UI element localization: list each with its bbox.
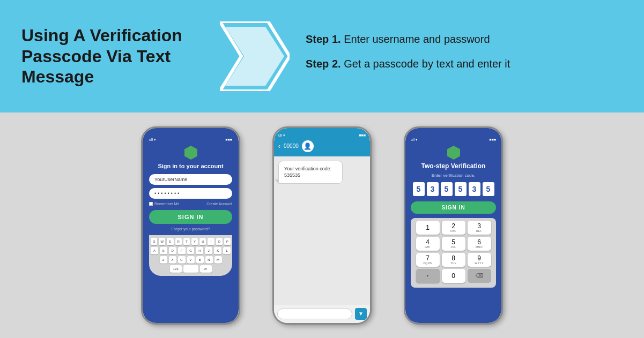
kb-key-c[interactable]: C xyxy=(178,256,186,264)
numpad-key-6[interactable]: 6MNO xyxy=(468,237,491,251)
phone2-status-left: ull ▾ xyxy=(278,133,285,138)
code-digit-6[interactable]: 5 xyxy=(483,182,494,196)
sms-bubble: Your verification code:535535 xyxy=(278,161,343,184)
kb-row1: Q W E R T Y U I O P xyxy=(151,238,231,245)
phone3: ull ▾ ■■■ Two-step Verification Enter ve… xyxy=(404,126,503,325)
phone1-password[interactable]: •••••••• xyxy=(149,188,232,199)
kb-key-y[interactable]: Y xyxy=(191,238,198,245)
phone1-username[interactable]: YourUserName xyxy=(149,174,232,185)
phone2-send-button[interactable]: ▼ xyxy=(355,308,367,320)
phone3-title: Two-step Verification xyxy=(421,162,486,170)
phone1-signin-button[interactable]: SIGN IN xyxy=(149,210,232,224)
kb-key-123[interactable]: 123 xyxy=(170,265,182,273)
phone3-statusbar: ull ▾ ■■■ xyxy=(411,138,496,142)
phone3-hex-logo-icon xyxy=(446,145,461,160)
sms-tail xyxy=(275,179,279,184)
kb-key-a[interactable]: A xyxy=(151,247,158,254)
kb-row2: A S D F G H J K L xyxy=(151,247,231,254)
step1-text: Step 1. Enter username and password xyxy=(306,32,623,47)
kb-key-l[interactable]: L xyxy=(223,247,231,254)
numpad-key-0[interactable]: 0 xyxy=(442,269,465,283)
numpad-row3: 7PQRS 8TUV 9WXYZ xyxy=(412,253,494,267)
numpad-key-9[interactable]: 9WXYZ xyxy=(468,253,491,267)
code-digit-5[interactable]: 3 xyxy=(469,182,480,196)
kb-key-e[interactable]: E xyxy=(167,238,173,245)
numpad-row2: 4GHI 5JKL 6MNO xyxy=(412,237,494,251)
kb-key-d[interactable]: D xyxy=(169,247,176,254)
kb-key-t[interactable]: T xyxy=(183,238,190,245)
numpad-key-7[interactable]: 7PQRS xyxy=(416,253,440,267)
kb-key-o[interactable]: O xyxy=(216,238,223,245)
send-icon: ▼ xyxy=(358,311,364,317)
phone2-header-row: ‹ 00000 👤 xyxy=(278,140,366,152)
banner-right: Step 1. Enter username and password Step… xyxy=(306,32,623,81)
numpad-key-dot[interactable]: · xyxy=(416,269,440,283)
kb-key-r[interactable]: R xyxy=(175,238,182,245)
kb-key-z[interactable]: Z xyxy=(160,256,167,264)
phone1: ull ▾ ■■■ Sign in to your account YourUs… xyxy=(141,126,240,325)
phone2-input[interactable] xyxy=(277,309,352,319)
phone2-header: ull ▾ ■■■ ‹ 00000 👤 xyxy=(274,128,370,156)
code-digit-2[interactable]: 3 xyxy=(427,182,439,196)
phone1-title: Sign in to your account xyxy=(158,162,223,170)
kb-key-i[interactable]: I xyxy=(208,238,214,245)
kb-key-p[interactable]: P xyxy=(224,238,231,245)
svg-marker-2 xyxy=(184,146,197,160)
numpad-backspace-button[interactable]: ⌫ xyxy=(468,269,491,283)
kb-key-space[interactable] xyxy=(183,265,198,273)
phone3-subtitle: Enter verification code. xyxy=(432,173,475,178)
phone1-keyboard: Q W E R T Y U I O P A S D xyxy=(149,235,232,276)
kb-key-j[interactable]: J xyxy=(205,247,212,254)
phone2-body: Your verification code:535535 xyxy=(274,156,370,305)
kb-row4: 123 /# xyxy=(151,265,231,273)
numpad: 1 2ABC 3DEF 4GHI 5JKL 6MNO 7PQRS 8TUV 9W… xyxy=(411,218,496,288)
kb-key-n[interactable]: N xyxy=(205,256,213,264)
banner-title: Using A Verification Passcode Via Text M… xyxy=(21,25,204,87)
numpad-key-3[interactable]: 3DEF xyxy=(468,221,491,235)
kb-key-x[interactable]: X xyxy=(169,256,176,264)
numpad-key-1[interactable]: 1 xyxy=(416,221,440,235)
code-digit-1[interactable]: 5 xyxy=(413,182,425,196)
phone2-back-button[interactable]: ‹ xyxy=(278,142,280,150)
numpad-key-8[interactable]: 8TUV xyxy=(442,253,465,267)
phone3-signin-button[interactable]: SIGN IN xyxy=(411,201,496,214)
remember-checkbox[interactable] xyxy=(149,202,153,206)
kb-key-s[interactable]: S xyxy=(160,247,167,254)
kb-key-u[interactable]: U xyxy=(199,238,206,245)
phone1-forgot-link[interactable]: Forgot your password? xyxy=(172,227,210,231)
kb-key-g[interactable]: G xyxy=(187,247,195,254)
bottom-section: ull ▾ ■■■ Sign in to your account YourUs… xyxy=(0,112,644,338)
phone2-inner: ull ▾ ■■■ ‹ 00000 👤 Your verification co… xyxy=(274,128,370,323)
arrow-icon xyxy=(220,21,290,91)
kb-key-v[interactable]: V xyxy=(187,256,195,264)
phone1-inner: ull ▾ ■■■ Sign in to your account YourUs… xyxy=(143,128,239,323)
kb-key-f[interactable]: F xyxy=(178,247,186,254)
numpad-key-4[interactable]: 4GHI xyxy=(416,237,440,251)
kb-key-m[interactable]: M xyxy=(214,256,222,264)
hex-logo-icon xyxy=(183,145,198,160)
kb-key-q[interactable]: Q xyxy=(151,238,157,245)
code-digit-3[interactable]: 5 xyxy=(441,182,453,196)
numpad-row4: · 0 ⌫ xyxy=(412,269,494,283)
phone2-avatar: 👤 xyxy=(302,140,314,152)
banner-left: Using A Verification Passcode Via Text M… xyxy=(21,25,204,87)
phone1-statusbar: ull ▾ ■■■ xyxy=(149,138,232,142)
numpad-key-2[interactable]: 2ABC xyxy=(442,221,465,235)
numpad-key-5[interactable]: 5JKL xyxy=(442,237,465,251)
phone2-footer: ▼ xyxy=(274,305,370,323)
kb-key-h[interactable]: H xyxy=(196,247,203,254)
kb-key-w[interactable]: W xyxy=(159,238,165,245)
kb-key-k[interactable]: K xyxy=(214,247,221,254)
code-boxes: 5 3 5 5 3 5 xyxy=(413,182,494,196)
code-digit-4[interactable]: 5 xyxy=(455,182,467,196)
phone3-inner: ull ▾ ■■■ Two-step Verification Enter ve… xyxy=(405,128,501,323)
kb-key-b[interactable]: B xyxy=(196,256,204,264)
remember-me[interactable]: Remember Me xyxy=(149,202,179,206)
kb-key-special[interactable]: /# xyxy=(200,265,212,273)
phone2-screen: ull ▾ ■■■ ‹ 00000 👤 Your verification co… xyxy=(274,128,370,323)
svg-marker-3 xyxy=(447,146,460,160)
kb-row3: Z X C V B N M xyxy=(151,256,231,264)
phone1-screen: ull ▾ ■■■ Sign in to your account YourUs… xyxy=(143,128,239,323)
phone2-status-right: ■■■ xyxy=(359,133,366,138)
phone3-screen: ull ▾ ■■■ Two-step Verification Enter ve… xyxy=(405,128,501,323)
